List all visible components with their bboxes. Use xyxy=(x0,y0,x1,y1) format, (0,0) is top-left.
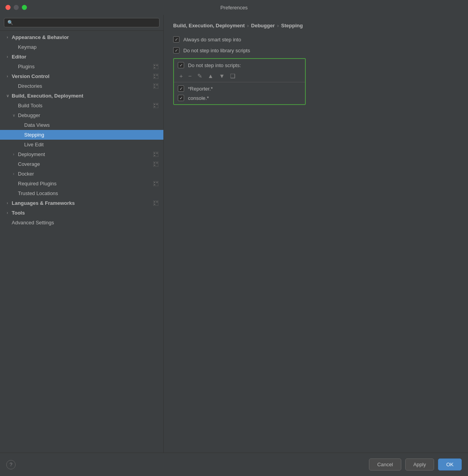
cancel-button[interactable]: Cancel xyxy=(369,458,401,471)
svg-rect-28 xyxy=(153,201,158,206)
svg-rect-20 xyxy=(153,162,158,167)
maximize-button[interactable] xyxy=(22,5,27,10)
svg-rect-7 xyxy=(154,77,155,78)
sidebar-item-label: Appearance & Behavior xyxy=(12,34,69,40)
no-library-row: Do not step into library scripts xyxy=(173,47,459,53)
svg-rect-27 xyxy=(154,184,155,185)
sidebar-item-label: Advanced Settings xyxy=(12,220,54,226)
script-item-checkbox[interactable] xyxy=(178,85,184,92)
svg-rect-3 xyxy=(154,67,155,68)
sidebar-item-requiredplugins[interactable]: Required Plugins xyxy=(0,179,163,188)
script-item-label: *Reporter.* xyxy=(188,86,213,92)
scripts-header-checkbox[interactable] xyxy=(178,62,184,68)
sidebar-item-tools[interactable]: ›Tools xyxy=(0,208,163,218)
traffic-lights xyxy=(5,5,27,10)
chevron-icon: › xyxy=(11,152,16,156)
svg-rect-29 xyxy=(154,201,155,202)
svg-rect-6 xyxy=(156,75,158,76)
apply-button[interactable]: Apply xyxy=(405,458,434,471)
svg-rect-4 xyxy=(153,74,158,79)
sidebar-item-appearance[interactable]: ›Appearance & Behavior xyxy=(0,32,163,42)
scripts-list: *Reporter.*console.* xyxy=(174,82,305,104)
svg-rect-23 xyxy=(154,165,155,166)
sidebar-item-label: Build, Execution, Deployment xyxy=(12,93,83,99)
smart-step-row: Always do smart step into xyxy=(173,36,459,43)
chevron-icon: › xyxy=(11,172,16,176)
sidebar-item-build[interactable]: ∨Build, Execution, Deployment xyxy=(0,91,163,101)
scripts-box: Do not step into scripts: + − ✎ ▲ ▼ ❑ *R… xyxy=(173,58,306,105)
sidebar-item-languages[interactable]: ›Languages & Frameworks xyxy=(0,198,163,208)
chevron-icon: › xyxy=(5,55,10,59)
close-button[interactable] xyxy=(5,5,11,10)
script-item-checkbox[interactable] xyxy=(178,95,184,101)
sidebar-item-label: Keymap xyxy=(18,44,37,50)
bottom-bar: ? Cancel Apply OK xyxy=(0,453,468,476)
settings-icon xyxy=(152,162,159,167)
sidebar-item-advancedsettings[interactable]: Advanced Settings xyxy=(0,218,163,227)
svg-rect-19 xyxy=(154,155,155,156)
breadcrumb-separator: › xyxy=(247,23,248,28)
sidebar-item-label: Trusted Locations xyxy=(18,190,58,196)
main-content: ›Appearance & BehaviorKeymap›EditorPlugi… xyxy=(0,15,468,453)
no-library-label: Do not step into library scripts xyxy=(183,48,250,53)
copy-script-button[interactable]: ❑ xyxy=(229,72,237,80)
svg-rect-0 xyxy=(153,64,158,69)
minimize-button[interactable] xyxy=(14,5,19,10)
settings-icon xyxy=(152,201,159,206)
sidebar-item-label: Data Views xyxy=(24,122,50,128)
edit-script-button[interactable]: ✎ xyxy=(196,72,204,80)
move-up-button[interactable]: ▲ xyxy=(206,72,215,80)
script-list-item: *Reporter.* xyxy=(174,84,305,93)
smart-step-label: Always do smart step into xyxy=(183,37,241,43)
sidebar-item-plugins[interactable]: Plugins xyxy=(0,62,163,71)
svg-rect-10 xyxy=(156,84,158,85)
sidebar-item-liveedit[interactable]: Live Edit xyxy=(0,140,163,149)
svg-rect-16 xyxy=(153,152,158,157)
no-library-checkbox[interactable] xyxy=(173,47,179,53)
settings-icon xyxy=(152,152,159,157)
sidebar-item-docker[interactable]: ›Docker xyxy=(0,169,163,179)
sidebar-item-stepping[interactable]: Stepping xyxy=(0,130,163,140)
scripts-box-header: Do not step into scripts: xyxy=(174,59,305,71)
sidebar-item-label: Build Tools xyxy=(18,103,43,108)
sidebar-item-trustedlocations[interactable]: Trusted Locations xyxy=(0,188,163,198)
sidebar-item-label: Live Edit xyxy=(24,142,44,147)
move-down-button[interactable]: ▼ xyxy=(217,72,226,80)
sidebar-item-label: Editor xyxy=(12,54,27,60)
svg-rect-30 xyxy=(156,201,158,202)
chevron-icon: › xyxy=(5,35,10,39)
sidebar-item-coverage[interactable]: Coverage xyxy=(0,159,163,169)
sidebar-item-keymap[interactable]: Keymap xyxy=(0,42,163,52)
svg-rect-25 xyxy=(154,182,155,183)
sidebar-item-editor[interactable]: ›Editor xyxy=(0,52,163,62)
sidebar: ›Appearance & BehaviorKeymap›EditorPlugi… xyxy=(0,15,164,453)
breadcrumb-item: Stepping xyxy=(281,23,303,28)
sidebar-item-buildtools[interactable]: Build Tools xyxy=(0,101,163,110)
add-script-button[interactable]: + xyxy=(178,72,184,80)
breadcrumb: Build, Execution, Deployment›Debugger›St… xyxy=(173,23,459,28)
svg-rect-13 xyxy=(154,104,155,105)
settings-icon xyxy=(152,181,159,186)
chevron-icon: › xyxy=(5,201,10,205)
svg-rect-18 xyxy=(156,153,158,154)
help-button[interactable]: ? xyxy=(6,460,16,469)
sidebar-item-label: Docker xyxy=(18,171,34,177)
svg-rect-14 xyxy=(156,104,158,105)
smart-step-checkbox[interactable] xyxy=(173,36,179,43)
sidebar-item-versioncontrol[interactable]: ›Version Control xyxy=(0,71,163,81)
scripts-toolbar: + − ✎ ▲ ▼ ❑ xyxy=(174,71,305,82)
sidebar-item-dataviews[interactable]: Data Views xyxy=(0,120,163,130)
ok-button[interactable]: OK xyxy=(438,458,462,471)
sidebar-item-directories[interactable]: Directories xyxy=(0,81,163,91)
sidebar-item-debugger[interactable]: ∨Debugger xyxy=(0,110,163,120)
svg-rect-26 xyxy=(156,182,158,183)
sidebar-item-label: Debugger xyxy=(18,112,40,118)
search-input[interactable] xyxy=(4,18,160,27)
svg-rect-21 xyxy=(154,162,155,163)
sidebar-item-deployment[interactable]: ›Deployment xyxy=(0,149,163,159)
script-item-label: console.* xyxy=(188,95,209,101)
remove-script-button[interactable]: − xyxy=(187,72,193,80)
settings-icon xyxy=(152,64,159,69)
sidebar-item-label: Directories xyxy=(18,83,42,89)
preferences-window: Preferences ›Appearance & BehaviorKeymap… xyxy=(0,0,468,476)
